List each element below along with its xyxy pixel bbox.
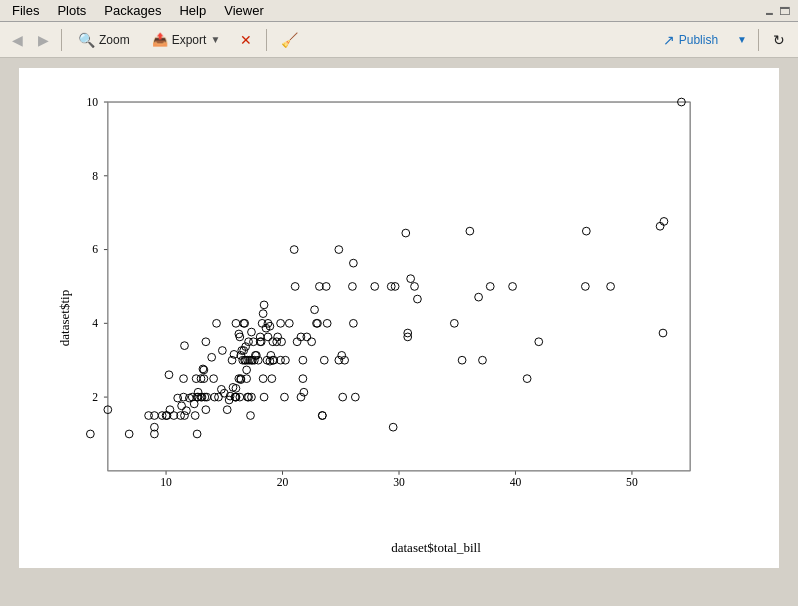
svg-text:50: 50	[626, 476, 638, 489]
svg-text:6: 6	[92, 243, 98, 256]
window-maximize[interactable]: 🗖	[779, 5, 790, 17]
menu-packages[interactable]: Packages	[96, 1, 169, 20]
zoom-label: Zoom	[99, 33, 130, 47]
svg-text:10: 10	[160, 476, 172, 489]
forward-button[interactable]: ▶	[32, 29, 54, 51]
toolbar-separator-1	[61, 29, 62, 51]
zoom-icon: 🔍	[78, 32, 95, 48]
menu-files[interactable]: Files	[4, 1, 47, 20]
toolbar-right: ↗ Publish ▼ ↻	[652, 28, 792, 52]
svg-text:20: 20	[277, 476, 289, 489]
zoom-button[interactable]: 🔍 Zoom	[69, 28, 139, 52]
clear-icon: ✕	[240, 32, 252, 48]
menu-bar: Files Plots Packages Help Viewer 🗕 🗖	[0, 0, 798, 22]
menu-viewer[interactable]: Viewer	[216, 1, 272, 20]
broom-icon: 🧹	[281, 32, 298, 48]
export-button[interactable]: 📤 Export ▼	[143, 28, 230, 51]
export-label: Export	[172, 33, 207, 47]
plot-area: dataset$tip dataset$total_bill 2 4 6 8	[19, 68, 779, 568]
svg-text:4: 4	[92, 317, 98, 330]
window-minimize[interactable]: 🗕	[764, 5, 775, 17]
menu-help[interactable]: Help	[171, 1, 214, 20]
export-icon: 📤	[152, 32, 168, 47]
publish-icon: ↗	[663, 32, 675, 48]
broom-button[interactable]: 🧹	[274, 28, 305, 52]
svg-text:40: 40	[510, 476, 522, 489]
refresh-icon: ↻	[773, 32, 785, 48]
svg-text:8: 8	[92, 170, 98, 183]
toolbar-separator-3	[758, 29, 759, 51]
publish-dropdown-icon[interactable]: ▼	[733, 31, 751, 48]
publish-label: Publish	[679, 33, 718, 47]
x-axis-label: dataset$total_bill	[391, 540, 481, 556]
refresh-button[interactable]: ↻	[766, 28, 792, 52]
publish-button[interactable]: ↗ Publish	[652, 28, 729, 52]
svg-text:30: 30	[393, 476, 405, 489]
clear-button[interactable]: ✕	[233, 28, 259, 52]
back-button[interactable]: ◀	[6, 29, 28, 51]
svg-text:10: 10	[86, 96, 98, 109]
export-dropdown-icon[interactable]: ▼	[210, 34, 220, 45]
toolbar-separator-2	[266, 29, 267, 51]
scatter-plot: 2 4 6 8 10 10 20 30 40	[69, 86, 729, 516]
menu-plots[interactable]: Plots	[49, 1, 94, 20]
svg-text:2: 2	[92, 391, 98, 404]
plot-container: dataset$tip dataset$total_bill 2 4 6 8	[29, 78, 769, 558]
toolbar: ◀ ▶ 🔍 Zoom 📤 Export ▼ ✕ 🧹 ↗ Publish ▼ ↻	[0, 22, 798, 58]
svg-point-25	[86, 430, 94, 438]
